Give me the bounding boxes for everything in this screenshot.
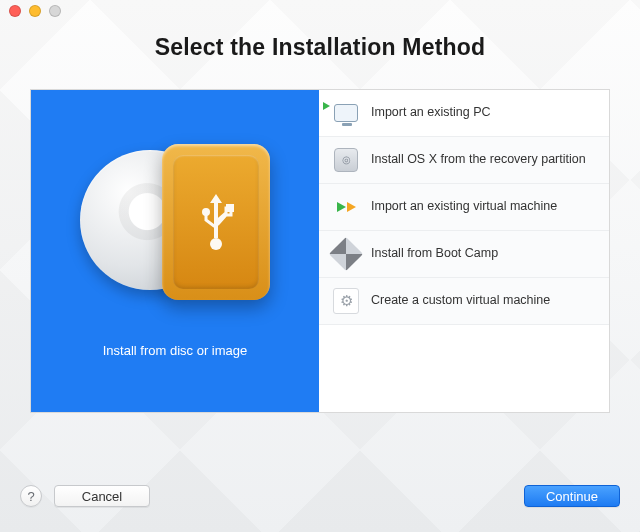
bootcamp-icon: [329, 237, 363, 271]
footer-toolbar: ? Cancel Continue: [0, 472, 640, 532]
option-import-pc[interactable]: Import an existing PC: [319, 90, 609, 137]
window-zoom-button[interactable]: [49, 5, 61, 17]
disc-and-usb-graphic: [80, 144, 270, 309]
window-titlebar: [0, 0, 640, 22]
cancel-button[interactable]: Cancel: [54, 485, 150, 507]
gear-icon: ⚙: [333, 288, 359, 314]
svg-rect-1: [226, 204, 234, 212]
page-title: Select the Installation Method: [0, 34, 640, 61]
option-label: Import an existing PC: [371, 105, 597, 121]
help-button[interactable]: ?: [20, 485, 42, 507]
installation-options-list: Import an existing PC◎Install OS X from …: [319, 90, 609, 412]
double-arrow-icon: [337, 202, 356, 212]
arrow-right-icon: [323, 102, 330, 110]
option-install-osx[interactable]: ◎Install OS X from the recovery partitio…: [319, 137, 609, 184]
window-close-button[interactable]: [9, 5, 21, 17]
installer-window: Select the Installation Method: [0, 0, 640, 532]
svg-point-2: [202, 208, 210, 216]
continue-button[interactable]: Continue: [524, 485, 620, 507]
option-label: Create a custom virtual machine: [371, 293, 597, 309]
svg-point-0: [210, 238, 222, 250]
option-import-vm[interactable]: Import an existing virtual machine: [319, 184, 609, 231]
hero-caption: Install from disc or image: [103, 343, 248, 358]
usb-icon: [196, 190, 236, 254]
option-label: Install OS X from the recovery partition: [371, 152, 597, 168]
monitor-icon: [334, 104, 358, 122]
installation-method-panel: Install from disc or image Import an exi…: [30, 89, 610, 413]
usb-card-icon: [162, 144, 270, 300]
option-label: Install from Boot Camp: [371, 246, 597, 262]
window-minimize-button[interactable]: [29, 5, 41, 17]
harddrive-icon: ◎: [334, 148, 358, 172]
option-custom-vm[interactable]: ⚙Create a custom virtual machine: [319, 278, 609, 325]
hero-panel: Install from disc or image: [31, 90, 319, 412]
option-bootcamp[interactable]: Install from Boot Camp: [319, 231, 609, 278]
option-label: Import an existing virtual machine: [371, 199, 597, 215]
